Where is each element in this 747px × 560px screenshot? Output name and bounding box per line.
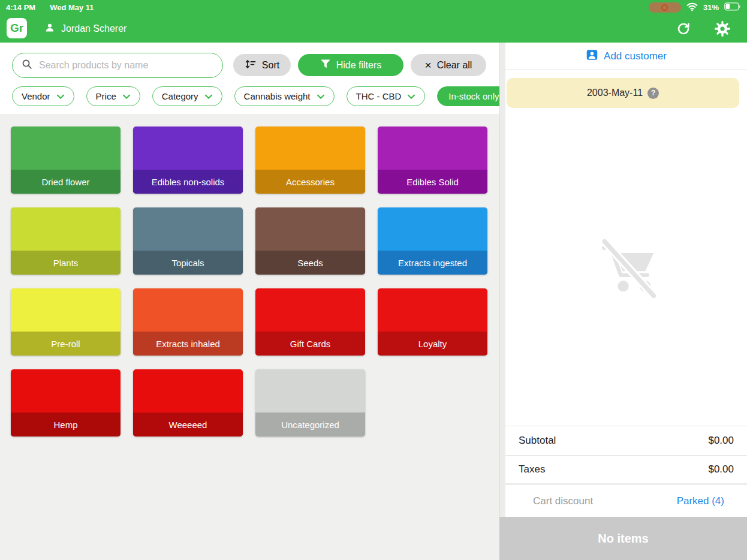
category-tile-label: Extracts inhaled	[133, 332, 243, 356]
category-tile-label: Hemp	[11, 413, 121, 436]
cart-actions-row: Cart discount Parked (4)	[505, 483, 747, 517]
sort-icon	[245, 59, 257, 71]
product-browser-panel: Sort Hide filters × Clear all VendorPric…	[0, 43, 499, 560]
category-tile-plants[interactable]: Plants	[11, 207, 121, 275]
category-tile-dried-flower[interactable]: Dried flower	[11, 127, 121, 194]
taxes-row: Taxes $0.00	[505, 455, 747, 483]
empty-cart-icon	[594, 236, 659, 303]
refresh-icon[interactable]	[676, 22, 691, 36]
battery-icon	[724, 2, 741, 13]
funnel-icon	[320, 59, 331, 71]
category-grid: Dried flowerEdibles non-solidsAccessorie…	[11, 127, 487, 436]
chevron-down-icon	[122, 91, 131, 101]
search-box[interactable]	[12, 53, 223, 78]
user-icon	[44, 22, 55, 35]
wifi-icon	[686, 2, 698, 13]
dob-help-icon[interactable]: ?	[647, 88, 659, 99]
product-category-area: Dried flowerEdibles non-solidsAccessorie…	[0, 114, 499, 560]
app-logo[interactable]: Gr	[7, 18, 27, 38]
parked-carts-link[interactable]: Parked (4)	[677, 495, 724, 507]
category-tile-label: Pre-roll	[11, 332, 121, 356]
filter-chip-label: In-stock only	[448, 91, 499, 101]
category-tile-extracts-ingested[interactable]: Extracts ingested	[378, 207, 487, 275]
no-items-button[interactable]: No items	[499, 517, 747, 560]
cart-summary: Subtotal $0.00 Taxes $0.00 Cart discount…	[505, 426, 747, 517]
subtotal-row: Subtotal $0.00	[505, 426, 747, 455]
status-date: Wed May 11	[50, 3, 94, 12]
category-tile-label: Topicals	[133, 251, 243, 275]
app-header: Gr Jordan Scherer	[0, 15, 747, 43]
cart-panel: Add customer 2003-May-11 ? Subtotal $0.0…	[505, 43, 747, 560]
filter-chip-category[interactable]: Category	[152, 86, 222, 106]
category-tile-label: Plants	[11, 251, 121, 275]
filter-chip-vendor[interactable]: Vendor	[12, 86, 74, 106]
category-tile-label: Edibles Solid	[378, 170, 487, 194]
add-customer-label: Add customer	[604, 50, 667, 62]
sort-label: Sort	[262, 60, 279, 71]
chevron-down-icon	[204, 91, 213, 101]
category-tile-weeeeed[interactable]: Weeeeed	[133, 369, 243, 436]
battery-percent: 31%	[703, 3, 719, 12]
dob-date: 2003-May-11	[587, 88, 643, 98]
category-tile-edibles-non-solids[interactable]: Edibles non-solids	[133, 127, 243, 194]
category-tile-label: Edibles non-solids	[133, 170, 243, 194]
category-tile-edibles-solid[interactable]: Edibles Solid	[378, 127, 487, 194]
filter-chip-label: Cannabis weight	[244, 91, 311, 101]
panel-divider	[499, 43, 505, 560]
app-logo-text: Gr	[10, 22, 23, 35]
clear-icon: ×	[425, 59, 432, 71]
filter-chip-thc-cbd[interactable]: THC - CBD	[347, 86, 426, 106]
search-icon	[22, 59, 32, 72]
chevron-down-icon	[56, 91, 65, 101]
user-name: Jordan Scherer	[61, 23, 126, 34]
cart-discount-button[interactable]: Cart discount	[533, 495, 593, 507]
chevron-down-icon	[317, 91, 325, 101]
sort-button[interactable]: Sort	[233, 54, 291, 76]
category-tile-label: Accessories	[255, 170, 365, 194]
category-tile-label: Uncategorized	[255, 413, 365, 436]
category-tile-accessories[interactable]: Accessories	[255, 127, 365, 194]
contact-card-icon	[586, 49, 598, 64]
category-tile-label: Dried flower	[11, 170, 121, 194]
category-tile-topicals[interactable]: Topicals	[133, 207, 243, 275]
category-tile-label: Seeds	[255, 251, 365, 275]
filter-chip-label: Price	[96, 91, 116, 101]
category-tile-label: Gift Cards	[255, 332, 365, 356]
category-tile-label: Extracts ingested	[378, 251, 487, 275]
category-tile-loyalty[interactable]: Loyalty	[378, 288, 487, 356]
dob-check-badge: 2003-May-11 ?	[507, 78, 739, 108]
filter-chip-price[interactable]: Price	[86, 86, 140, 106]
category-tile-uncategorized[interactable]: Uncategorized	[255, 369, 365, 436]
status-bar: 4:14 PM Wed May 11 31%	[0, 0, 747, 15]
category-tile-extracts-inhaled[interactable]: Extracts inhaled	[133, 288, 243, 356]
hide-filters-label: Hide filters	[336, 60, 382, 71]
category-tile-seeds[interactable]: Seeds	[255, 207, 365, 275]
clear-all-label: Clear all	[437, 60, 472, 71]
clear-all-button[interactable]: × Clear all	[411, 54, 486, 76]
category-tile-hemp[interactable]: Hemp	[11, 369, 121, 436]
chevron-down-icon	[407, 91, 415, 101]
status-time: 4:14 PM	[6, 3, 35, 12]
taxes-label: Taxes	[519, 463, 545, 475]
category-tile-gift-cards[interactable]: Gift Cards	[255, 288, 365, 356]
category-tile-pre-roll[interactable]: Pre-roll	[11, 288, 121, 356]
filter-chip-label: Category	[162, 91, 198, 101]
taxes-value: $0.00	[708, 463, 734, 475]
filter-chip-label: THC - CBD	[356, 91, 402, 101]
hide-filters-button[interactable]: Hide filters	[298, 54, 403, 76]
pos-app-screen: 4:14 PM Wed May 11 31%	[0, 0, 747, 560]
subtotal-label: Subtotal	[519, 435, 556, 447]
subtotal-value: $0.00	[708, 435, 734, 447]
category-tile-label: Loyalty	[378, 332, 487, 356]
recording-indicator-icon	[649, 2, 681, 13]
no-items-label: No items	[598, 532, 648, 546]
search-input[interactable]	[38, 59, 213, 71]
category-tile-label: Weeeeed	[133, 413, 243, 436]
filter-chip-in-stock-only[interactable]: In-stock only	[437, 86, 499, 106]
current-user[interactable]: Jordan Scherer	[44, 15, 126, 43]
filter-chip-cannabis-weight[interactable]: Cannabis weight	[234, 86, 335, 106]
filter-chip-label: Vendor	[22, 91, 50, 101]
add-customer-button[interactable]: Add customer	[505, 43, 747, 70]
filter-chip-row: VendorPriceCategoryCannabis weightTHC - …	[12, 86, 499, 106]
gear-icon[interactable]	[714, 20, 731, 37]
